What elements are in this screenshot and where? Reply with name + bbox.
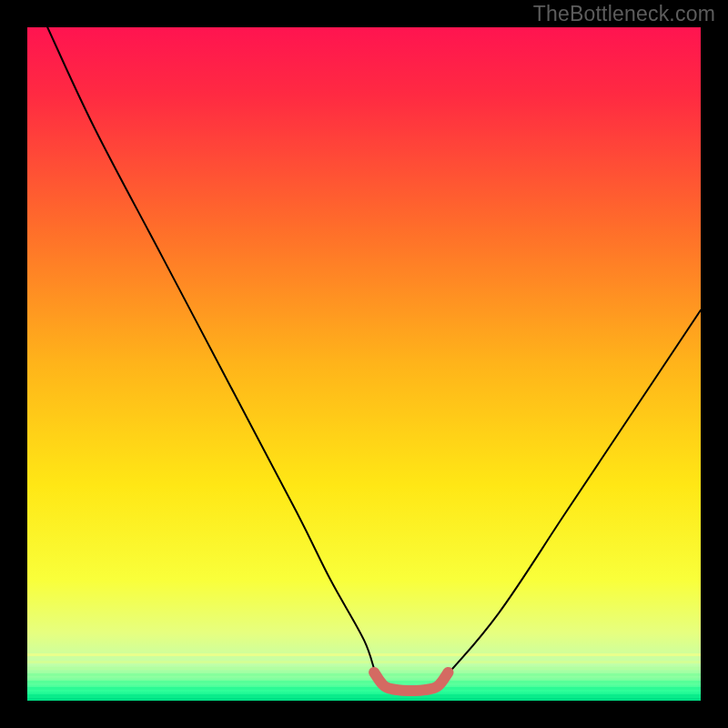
watermark-text: TheBottleneck.com (533, 2, 715, 26)
highlight-path (374, 672, 448, 691)
bottleneck-curve (27, 27, 701, 701)
plot-area (27, 27, 701, 701)
curve-path (47, 27, 701, 691)
chart-frame: TheBottleneck.com (0, 0, 728, 728)
